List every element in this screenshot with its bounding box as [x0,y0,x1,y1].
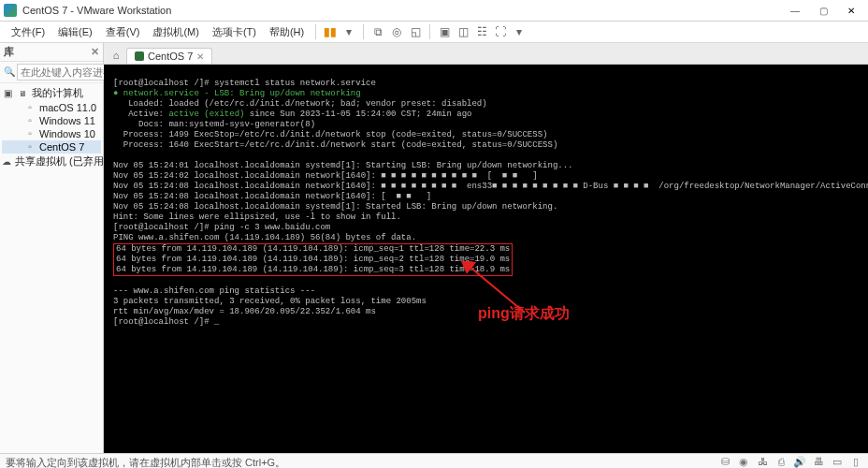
window-titlebar: CentOS 7 - VMware Workstation — ▢ ✕ [0,0,868,22]
device-more-icon[interactable]: ▯ [849,456,862,468]
manage-snapshot-icon[interactable]: ◱ [407,23,424,40]
console-line: 64 bytes from 14.119.104.189 (14.119.104… [116,265,510,274]
console-line: Loaded: loaded (/etc/rc.d/init.d/network… [113,99,487,109]
console-line: 64 bytes from 14.119.104.189 (14.119.104… [116,244,510,254]
tab-label: CentOS 7 [148,51,193,62]
close-button[interactable]: ✕ [838,2,864,19]
tab-close-icon[interactable]: ✕ [196,51,204,62]
menu-vm[interactable]: 虚拟机(M) [147,23,205,41]
console-line: Nov 05 15:24:08 localhost.localdomain sy… [113,202,557,212]
ping-results-highlight: 64 bytes from 14.119.104.189 (14.119.104… [113,243,513,276]
maximize-button[interactable]: ▢ [810,2,836,19]
sidebar-close-icon[interactable]: ✕ [91,46,99,58]
tree-item-label: macOS 11.0 [39,102,96,113]
library-sidebar: 库 ✕ 🔍 ▾ 我的计算机 ▫ macOS 11.0 ▫ Windows 11 [0,43,104,453]
pause-vm-icon[interactable]: ▮▮ [322,23,339,40]
vm-tabbar: ⌂ CentOS 7 ✕ [104,43,868,65]
menu-help[interactable]: 帮助(H) [264,23,310,41]
tree-item-label: Windows 11 [39,115,95,126]
computer-icon [17,88,28,99]
device-usb-icon[interactable]: ⎙ [774,456,788,468]
main-area: ⌂ CentOS 7 ✕ [root@localhost /]# systemc… [104,43,868,453]
snapshot-icon[interactable]: ◎ [388,23,405,40]
toolbar-separator [429,24,430,39]
send-ctrl-alt-del-icon[interactable]: ⧉ [369,23,386,40]
sidebar-title: 库 [4,45,14,59]
expand-icon[interactable] [2,88,13,99]
tree-root-shared[interactable]: ☁ 共享虚拟机 (已弃用) [2,154,101,169]
status-bar: 要将输入定向到该虚拟机，请在虚拟机内部单击或按 Ctrl+G。 ⛁ ◉ 🖧 ⎙ … [0,453,868,468]
console-line: [root@localhost /]# systemctl status net… [113,79,376,88]
tree-item-macos[interactable]: ▫ macOS 11.0 [2,101,101,114]
vm-running-icon [135,51,144,61]
annotation-text: ping请求成功 [478,308,570,318]
unity-icon[interactable]: ◫ [455,23,471,40]
console-line: Nov 05 15:24:08 localhost.localdomain ne… [113,192,431,201]
tree-item-win11[interactable]: ▫ Windows 11 [2,114,101,127]
menu-bar: 文件(F) 编辑(E) 查看(V) 虚拟机(M) 选项卡(T) 帮助(H) ▮▮… [0,22,868,43]
toolbar-more-icon[interactable]: ▾ [511,23,528,40]
menu-view[interactable]: 查看(V) [100,23,146,41]
console-line: --- www.a.shifen.com ping statistics --- [113,286,315,296]
tree-item-centos7[interactable]: ▫ CentOS 7 [2,140,101,154]
vm-icon: ▫ [24,141,36,153]
shared-icon: ☁ [2,156,11,168]
console-line: Nov 05 15:24:02 localhost.localdomain ne… [113,171,538,181]
toolbar-dropdown-icon[interactable]: ▾ [340,23,357,40]
tree-root-label: 我的计算机 [32,86,83,100]
tree-item-win10[interactable]: ▫ Windows 10 [2,127,101,140]
tree-item-label: CentOS 7 [39,141,84,153]
console-line: 3 packets transmitted, 3 received, 0% pa… [113,297,427,306]
console-line: Process: 1499 ExecStop=/etc/rc.d/init.d/… [113,130,547,139]
device-network-icon[interactable]: 🖧 [756,456,769,468]
status-hint: 要将输入定向到该虚拟机，请在虚拟机内部单击或按 Ctrl+G。 [6,456,285,469]
home-tab-icon[interactable]: ⌂ [108,47,124,64]
menu-file[interactable]: 文件(F) [6,23,51,41]
vm-icon: ▫ [24,102,36,113]
console-line: PING www.a.shifen.com (14.119.104.189) 5… [113,233,416,242]
menu-edit[interactable]: 编辑(E) [52,23,98,41]
device-printer-icon[interactable]: 🖶 [812,456,825,468]
device-cd-icon[interactable]: ◉ [737,456,750,468]
console-line: Docs: man:systemd-sysv-generator(8) [113,120,315,129]
thumbnail-icon[interactable]: ☷ [473,23,490,40]
sidebar-search: 🔍 ▾ [0,62,103,83]
console-line: 64 bytes from 14.119.104.189 (14.119.104… [116,255,510,264]
window-controls: — ▢ ✕ [782,2,864,19]
tree-shared-label: 共享虚拟机 (已弃用) [15,154,107,168]
device-sound-icon[interactable]: 🔊 [793,456,806,468]
console-line: Nov 05 15:24:08 localhost.localdomain ne… [113,182,868,191]
tab-centos7[interactable]: CentOS 7 ✕ [126,48,212,64]
console-line: Active: active (exited) since Sun 2023-1… [113,110,471,119]
console-line: Process: 1640 ExecStart=/etc/rc.d/init.d… [113,140,557,150]
console-line: rtt min/avg/max/mdev = 18.906/20.095/22.… [113,307,376,316]
menu-tabs[interactable]: 选项卡(T) [207,23,262,41]
console-line: [root@localhost /]# ping -c 3 www.baidu.… [113,223,330,232]
fullscreen-icon[interactable]: ▣ [436,23,453,40]
tree-root-my-computer[interactable]: 我的计算机 [2,85,101,101]
app-logo-icon [4,4,17,17]
sidebar-header: 库 ✕ [0,43,103,62]
status-device-icons: ⛁ ◉ 🖧 ⎙ 🔊 🖶 ▭ ▯ [718,456,862,468]
console-line: ● network.service - LSB: Bring up/down n… [113,89,361,98]
tree-item-label: Windows 10 [39,128,95,139]
minimize-button[interactable]: — [782,2,808,19]
guest-console[interactable]: [root@localhost /]# systemctl status net… [104,65,868,453]
stretch-icon[interactable]: ⛶ [492,23,509,40]
toolbar-separator [363,24,364,39]
vm-icon: ▫ [24,115,36,126]
vm-tree: 我的计算机 ▫ macOS 11.0 ▫ Windows 11 ▫ Window… [0,83,103,171]
console-line: Hint: Some lines were ellipsized, use -l… [113,212,401,222]
vm-icon: ▫ [24,128,36,139]
device-hdd-icon[interactable]: ⛁ [718,456,731,468]
console-line: [root@localhost /]# _ [113,317,219,327]
window-title: CentOS 7 - VMware Workstation [22,5,782,16]
toolbar-separator [315,24,316,39]
search-icon: 🔍 [4,66,15,78]
console-line: Nov 05 15:24:01 localhost.localdomain sy… [113,161,572,170]
device-display-icon[interactable]: ▭ [831,456,844,468]
